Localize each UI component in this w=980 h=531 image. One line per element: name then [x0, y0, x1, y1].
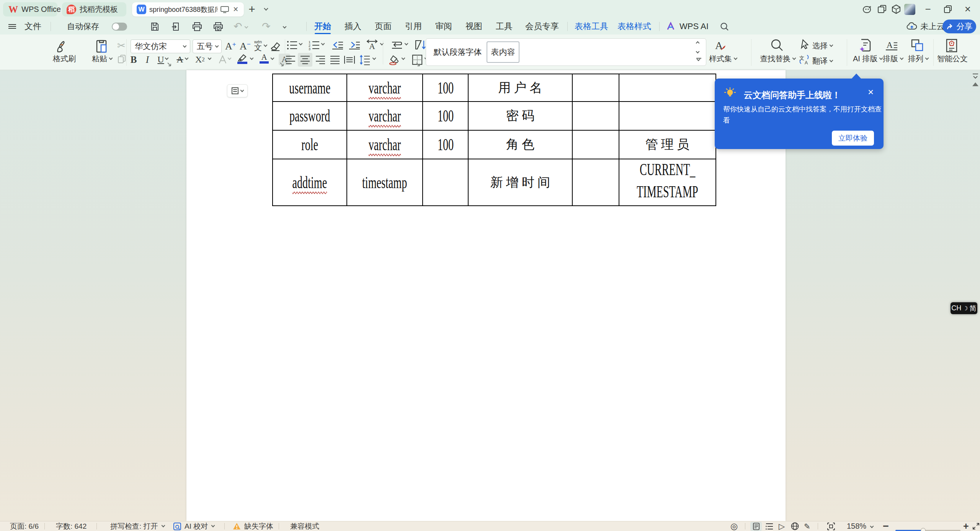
monitor-icon[interactable]	[220, 6, 229, 13]
table-cell[interactable]	[619, 102, 716, 130]
highlight-chevron-icon[interactable]	[250, 57, 253, 59]
table-cell[interactable]: password	[273, 102, 347, 130]
view-edit-icon[interactable]: ✎	[804, 521, 810, 531]
bullet-list-icon[interactable]	[286, 40, 298, 51]
search-icon[interactable]	[720, 22, 729, 31]
table-cell[interactable]: addtime	[273, 159, 347, 206]
translate-label[interactable]: 翻译	[812, 56, 833, 66]
select-label[interactable]: 选择	[812, 41, 833, 51]
increase-font-icon[interactable]: A+	[225, 41, 236, 52]
menu-tab-member[interactable]: 会员专享	[521, 18, 564, 34]
menu-tab-table-tools[interactable]: 表格工具	[572, 18, 611, 34]
justify-icon[interactable]	[329, 55, 341, 64]
compat-mode[interactable]: 兼容模式	[290, 521, 319, 531]
hamburger-menu-icon[interactable]	[8, 22, 16, 31]
view-outline-icon[interactable]	[766, 521, 773, 531]
bullet-chevron-icon[interactable]	[299, 42, 302, 45]
table-cell[interactable]: 100	[423, 74, 468, 102]
decrease-indent-icon[interactable]	[332, 40, 344, 51]
wrap-chevron-icon[interactable]	[405, 42, 408, 45]
copy-icon[interactable]	[117, 54, 127, 64]
table-cell[interactable]	[572, 102, 619, 130]
arrange-label[interactable]: 排列	[908, 54, 928, 64]
table-cell[interactable]: 用户名	[468, 74, 572, 102]
ai-proof-icon[interactable]	[173, 521, 181, 531]
zoom-slider[interactable]	[895, 526, 960, 531]
sort-icon[interactable]	[414, 39, 426, 51]
table-cell[interactable]	[572, 74, 619, 102]
decrease-font-icon[interactable]: A−	[240, 41, 251, 52]
restore-icon[interactable]	[942, 3, 954, 15]
table-cell[interactable]	[572, 159, 619, 206]
numbered-list-icon[interactable]: 123	[309, 40, 320, 51]
gallery-down-icon[interactable]	[696, 50, 699, 53]
style-set-label[interactable]: 样式集	[709, 54, 737, 64]
close-window-icon[interactable]: ×	[962, 3, 974, 15]
font-size-select[interactable]: 五号	[193, 39, 222, 53]
shading-chevron-icon[interactable]	[402, 57, 405, 59]
phonetic-guide-icon[interactable]: wén文	[254, 40, 267, 52]
strikethrough-chevron-icon[interactable]	[185, 57, 188, 59]
menu-tab-page[interactable]: 页面	[371, 18, 395, 34]
missing-font[interactable]: 缺失字体	[244, 521, 273, 531]
print-preview-icon[interactable]	[213, 22, 223, 31]
table-cell[interactable]	[572, 130, 619, 159]
windows-stack-icon[interactable]	[876, 3, 888, 15]
table-cell[interactable]	[619, 74, 716, 102]
avatar[interactable]	[903, 3, 916, 15]
format-painter-label[interactable]: 格式刷	[53, 54, 76, 64]
page-indicator[interactable]: 页面: 6/6	[10, 521, 39, 531]
font-color-chevron-icon[interactable]	[271, 57, 274, 59]
tab-list-chevron-icon[interactable]	[259, 3, 271, 15]
layout-label[interactable]: 排版	[883, 54, 903, 64]
gallery-more-icon[interactable]	[696, 58, 701, 61]
undo-chevron-icon[interactable]	[245, 22, 248, 31]
font-name-select[interactable]: 华文仿宋	[131, 39, 190, 53]
superscript-chevron-icon[interactable]	[208, 57, 211, 59]
ribbon-collapse-icon[interactable]	[972, 73, 979, 80]
table-handle[interactable]	[227, 84, 248, 97]
word-count[interactable]: 字数: 642	[56, 521, 87, 531]
text-effects-icon[interactable]	[217, 54, 228, 65]
zoom-chevron-icon[interactable]	[871, 521, 873, 531]
highlight-color-icon[interactable]	[237, 54, 247, 64]
scroll-up-icon[interactable]	[972, 82, 978, 86]
table-cell[interactable]: varchar	[347, 102, 423, 130]
menu-tab-home[interactable]: 开始	[311, 18, 335, 34]
line-spacing-icon[interactable]	[359, 54, 371, 65]
minimize-icon[interactable]: −	[922, 3, 934, 15]
popup-try-button[interactable]: 立即体验	[832, 131, 874, 146]
share-button[interactable]: 分享	[942, 20, 976, 33]
menu-tab-view[interactable]: 视图	[462, 18, 486, 34]
find-replace-label[interactable]: 查找替换	[760, 54, 795, 64]
numbered-chevron-icon[interactable]	[322, 42, 324, 45]
eye-protection-icon[interactable]: ◎	[730, 521, 738, 531]
align-right-icon[interactable]	[315, 55, 326, 64]
menu-tab-table-style[interactable]: 表格样式	[615, 18, 654, 34]
table-cell[interactable]	[423, 159, 468, 206]
style-table-content[interactable]: 表内容	[487, 41, 519, 63]
arrange-icon[interactable]	[910, 38, 925, 53]
font-group-expand-icon[interactable]	[279, 62, 284, 67]
zoom-level[interactable]: 158%	[847, 521, 866, 531]
align-left-icon[interactable]	[285, 55, 296, 64]
autosave-toggle[interactable]	[112, 23, 127, 31]
table-cell[interactable]: 100	[423, 130, 468, 159]
tab-document[interactable]: W springboot76388数据库文 ×	[132, 2, 244, 16]
cut-icon[interactable]: ✂	[117, 40, 126, 52]
view-page-icon[interactable]	[750, 522, 762, 531]
select-icon[interactable]	[800, 39, 810, 50]
output-icon[interactable]	[171, 22, 181, 31]
fullscreen-icon[interactable]	[972, 521, 980, 531]
superscript-icon[interactable]: X2	[195, 54, 205, 65]
table-cell[interactable]: 角色	[468, 130, 572, 159]
database-table[interactable]: usernamevarchar100用户名passwordvarchar100密…	[272, 74, 716, 206]
menu-tab-wps-ai[interactable]: WPS AI	[677, 18, 711, 34]
menu-tab-reference[interactable]: 引用	[402, 18, 425, 34]
underline-icon[interactable]: U	[156, 54, 165, 65]
gallery-up-icon[interactable]	[696, 42, 699, 44]
ime-indicator[interactable]: CH ☽ 简	[951, 302, 977, 314]
ai-proof[interactable]: AI 校对	[185, 521, 214, 531]
table-cell[interactable]: username	[273, 74, 347, 102]
increase-indent-icon[interactable]	[348, 40, 361, 51]
